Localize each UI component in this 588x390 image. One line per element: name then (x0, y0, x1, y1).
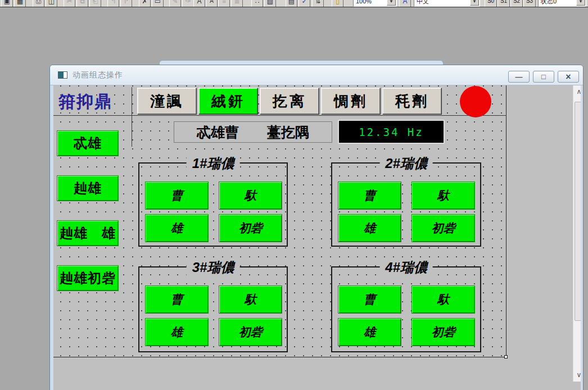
fan3-button-4[interactable]: 初砦 (219, 318, 282, 346)
fan1-button-3[interactable]: 雄 (145, 214, 209, 242)
layout-icon[interactable]: ▭ (152, 0, 164, 7)
form-icon[interactable]: ▤ (286, 0, 297, 7)
dropdown-arrow-icon[interactable]: ▾ (470, 0, 479, 6)
nav-button-5[interactable]: 秏劑 (382, 88, 442, 115)
zoom-select[interactable]: 100% ▾ (353, 0, 397, 7)
sidebar-button-4[interactable]: 赸雄初砦 (57, 265, 119, 291)
fan3-button-2[interactable]: 馱 (219, 285, 282, 314)
state-select[interactable]: 状态0 ▾ (538, 0, 586, 7)
status-lamp-indicator (460, 86, 491, 117)
fan4-button-2[interactable]: 馱 (411, 285, 475, 314)
fan-group-2-title: 2#瑞儂 (379, 155, 433, 173)
sort-icon[interactable]: ⇅ (312, 0, 324, 7)
dialog-content: 箝抑鼎 潼諷 絨鈃 扢离 惆劑 秏劑 忒雄 赸雄 赸雄 雄 赸雄初砦 忒雄曹 薹… (53, 85, 581, 390)
vertical-scrollbar-thumb[interactable] (575, 102, 581, 321)
selection-handle[interactable] (504, 355, 508, 359)
fan-group-3-title: 3#瑞儂 (187, 259, 240, 276)
nav-button-4[interactable]: 惆劑 (321, 88, 381, 115)
note-icon[interactable]: ▯ (332, 0, 343, 7)
app-toolbar: ▣ ▦ ⎙ ◫ ✂ ⧉ ⎗ ↰ ↱ ✗ ▭ ✎ ✑ A A ≡ ≣ ∷ ▧ ▤ … (0, 0, 588, 7)
fan2-button-4[interactable]: 初砦 (411, 214, 475, 242)
scroll-up-icon[interactable]: ∧ (573, 88, 581, 96)
language-value: 中文 (417, 0, 429, 4)
fan4-button-1[interactable]: 曹 (338, 285, 401, 314)
scroll-down-icon[interactable]: ∨ (573, 371, 581, 379)
copy-icon[interactable]: ⧉ (76, 0, 88, 7)
check-icon[interactable]: ✓ (298, 0, 310, 7)
page-title: 箝抑鼎 (58, 90, 112, 114)
fan4-button-3[interactable]: 雄 (338, 318, 401, 346)
window-title: 动画组态操作 (73, 70, 123, 80)
dropdown-arrow-icon[interactable]: ▾ (576, 0, 585, 6)
fan4-button-4[interactable]: 初砦 (411, 318, 475, 346)
fan2-button-2[interactable]: 馱 (411, 182, 475, 210)
fan1-button-2[interactable]: 馱 (219, 182, 282, 210)
print-preview-icon[interactable]: ◫ (46, 0, 57, 7)
fan2-button-1[interactable]: 曹 (338, 182, 401, 210)
zoom-value: 100% (356, 0, 372, 4)
fan-group-3: 3#瑞儂 曹 馱 雄 初砦 (138, 266, 288, 352)
window-icon (58, 71, 67, 79)
state-button-s2[interactable]: S2 (510, 0, 523, 7)
fan-group-1-title: 1#瑞儂 (187, 155, 240, 173)
font-map-icon[interactable]: A (399, 0, 411, 7)
print-icon[interactable]: ⎙ (33, 0, 44, 7)
divider (53, 115, 506, 116)
language-select[interactable]: 中文 ▾ (414, 0, 480, 7)
divider (132, 87, 132, 147)
fan1-button-1[interactable]: 曹 (145, 182, 209, 210)
vertical-scrollbar[interactable]: ∧ ∨ (573, 85, 581, 382)
redo-icon[interactable]: ↱ (120, 0, 132, 7)
image-icon[interactable]: ▧ (264, 0, 276, 7)
grid-icon[interactable]: ∷ (251, 0, 263, 7)
brush-icon[interactable]: ✑ (182, 0, 194, 7)
sidebar-button-3[interactable]: 赸雄 雄 (57, 220, 119, 246)
maximize-button[interactable]: □ (533, 71, 554, 83)
fan-group-2: 2#瑞儂 曹 馱 雄 初砦 (331, 162, 481, 247)
fan3-button-1[interactable]: 曹 (145, 285, 209, 314)
paste-icon[interactable]: ⎗ (89, 0, 101, 7)
nav-button-1[interactable]: 潼諷 (137, 88, 197, 115)
hmi-page: 箝抑鼎 潼諷 絨鈃 扢离 惆劑 秏劑 忒雄 赸雄 赸雄 雄 赸雄初砦 忒雄曹 薹… (53, 85, 506, 357)
fan-group-1: 1#瑞儂 曹 馱 雄 初砦 (138, 162, 288, 247)
new-icon[interactable]: ▣ (1, 0, 13, 7)
state-button-s3[interactable]: S3 (523, 0, 536, 7)
font-larger-icon[interactable]: A (193, 0, 205, 7)
frequency-display: 12.34 Hz (338, 120, 445, 144)
sidebar-button-2[interactable]: 赸雄 (57, 175, 119, 201)
save-icon[interactable]: ▦ (14, 0, 26, 7)
fan1-button-4[interactable]: 初砦 (219, 214, 282, 242)
minimize-button[interactable]: — (508, 71, 530, 83)
align-left-icon[interactable]: ≡ (218, 0, 230, 7)
fan3-button-3[interactable]: 雄 (145, 318, 209, 346)
tools-icon[interactable]: ✗ (139, 0, 151, 7)
undo-icon[interactable]: ↰ (107, 0, 119, 7)
close-button[interactable]: × (558, 71, 579, 83)
state-button-s1[interactable]: S1 (497, 0, 510, 7)
pen-icon[interactable]: ✎ (169, 0, 181, 7)
align-justify-icon[interactable]: ≣ (231, 0, 243, 7)
sidebar-button-1[interactable]: 忒雄 (57, 130, 119, 156)
nav-button-2-active[interactable]: 絨鈃 (198, 88, 258, 115)
state-button-s0[interactable]: S0 (485, 0, 497, 7)
dropdown-arrow-icon[interactable]: ▾ (387, 0, 396, 6)
fan-group-4-title: 4#瑞儂 (379, 259, 433, 276)
animation-dialog: 动画组态操作 — □ × 箝抑鼎 潼諷 絨鈃 扢离 惆劑 秏劑 忒雄 赸雄 赸雄… (49, 65, 584, 390)
fan2-button-3[interactable]: 雄 (338, 214, 401, 242)
cut-icon[interactable]: ✂ (64, 0, 75, 7)
font-smaller-icon[interactable]: A (206, 0, 218, 7)
status-label: 忒雄曹 薹扢隅 (174, 121, 332, 143)
dialog-titlebar[interactable]: 动画组态操作 — □ × (50, 65, 583, 85)
fan-group-4: 4#瑞儂 曹 馱 雄 初砦 (331, 266, 481, 352)
nav-button-3[interactable]: 扢离 (260, 88, 319, 115)
state-value: 状态0 (541, 0, 557, 4)
